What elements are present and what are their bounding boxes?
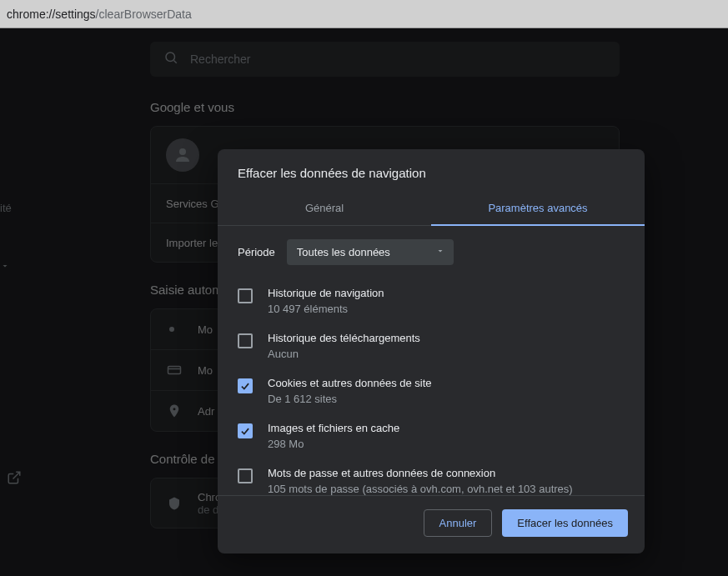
option-row[interactable]: Cookies et autres données de siteDe 1 61… [238, 368, 625, 413]
tab-advanced[interactable]: Paramètres avancés [431, 192, 645, 226]
dialog-actions: Annuler Effacer les données [218, 495, 645, 553]
checkbox[interactable] [238, 378, 253, 393]
address-bar[interactable]: chrome://settings/clearBrowserData [0, 0, 728, 28]
option-subtitle: 105 mots de passe (associés à ovh.com, o… [268, 483, 573, 495]
option-title: Historique des téléchargements [268, 332, 420, 344]
option-title: Historique de navigation [268, 287, 384, 299]
options-list: Historique de navigation10 497 élémentsH… [218, 278, 645, 495]
option-row[interactable]: Mots de passe et autres données de conne… [238, 458, 625, 495]
checkbox[interactable] [238, 423, 253, 438]
option-subtitle: De 1 612 sites [268, 393, 432, 405]
option-row[interactable]: Images et fichiers en cache298 Mo [238, 413, 625, 458]
caret-down-icon [435, 246, 445, 258]
checkbox[interactable] [238, 468, 253, 483]
clear-data-button[interactable]: Effacer les données [502, 509, 628, 537]
url-protocol: chrome:// [7, 8, 55, 21]
dialog-tabs: Général Paramètres avancés [218, 192, 645, 226]
option-subtitle: 10 497 éléments [268, 303, 384, 315]
option-title: Mots de passe et autres données de conne… [268, 467, 573, 479]
option-subtitle: 298 Mo [268, 438, 399, 450]
checkbox[interactable] [238, 288, 253, 303]
cancel-button[interactable]: Annuler [424, 509, 493, 537]
option-title: Cookies et autres données de site [268, 377, 432, 389]
url-path: /clearBrowserData [96, 8, 192, 21]
dialog-title: Effacer les données de navigation [218, 149, 645, 192]
tab-basic[interactable]: Général [218, 192, 431, 226]
option-title: Images et fichiers en cache [268, 422, 399, 434]
period-value: Toutes les données [297, 246, 390, 258]
period-label: Période [238, 246, 275, 258]
option-subtitle: Aucun [268, 348, 420, 360]
option-row[interactable]: Historique des téléchargementsAucun [238, 323, 625, 368]
period-select[interactable]: Toutes les données [287, 239, 454, 265]
url-host: settings [55, 8, 95, 21]
option-row[interactable]: Historique de navigation10 497 éléments [238, 278, 625, 323]
clear-data-dialog: Effacer les données de navigation Généra… [218, 149, 645, 553]
period-row: Période Toutes les données [218, 226, 645, 278]
checkbox[interactable] [238, 333, 253, 348]
